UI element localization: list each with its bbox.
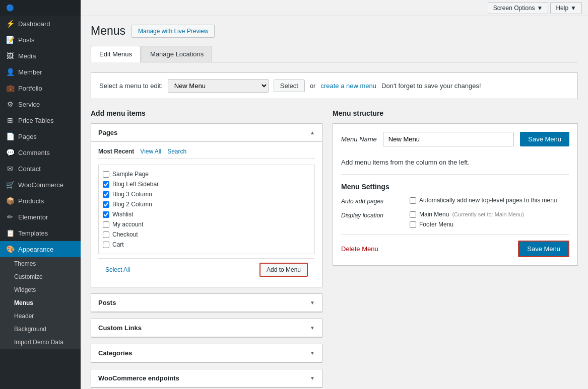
delete-menu-link[interactable]: Delete Menu	[341, 245, 378, 253]
page-item-label[interactable]: Wishlist	[103, 211, 133, 218]
menu-name-input[interactable]	[383, 132, 514, 146]
page-item-label[interactable]: Blog 2 Column	[103, 201, 152, 208]
sidebar-item-elementor[interactable]: ✏ Elementor	[0, 209, 81, 225]
page-checkbox[interactable]	[103, 171, 109, 178]
tab-most-recent[interactable]: Most Recent	[98, 148, 134, 155]
sidebar-item-dashboard[interactable]: ⚡ Dashboard	[0, 16, 81, 32]
main-menu-label[interactable]: Main Menu (Currently set to: Main Menu)	[410, 211, 524, 218]
select-menu-row: Select a menu to edit: New Menu Select o…	[91, 72, 578, 99]
sidebar-logo: 🔵	[0, 0, 81, 16]
topbar: Screen Options ▼ Help ▼	[81, 0, 588, 16]
page-item-label[interactable]: Blog Left Sidebar	[103, 181, 159, 188]
screen-options-button[interactable]: Screen Options ▼	[488, 2, 549, 14]
sidebar-subitem-header[interactable]: Header	[0, 309, 81, 323]
sidebar-item-label: Service	[18, 101, 40, 108]
tab-manage-locations[interactable]: Manage Locations	[142, 46, 212, 62]
footer-menu-checkbox[interactable]	[410, 221, 416, 228]
sidebar-item-templates[interactable]: 📋 Templates	[0, 225, 81, 241]
sidebar-item-media[interactable]: 🖼 Media	[0, 48, 81, 64]
list-item: Cart	[103, 240, 310, 250]
menu-select[interactable]: New Menu	[168, 79, 269, 93]
sidebar-item-comments[interactable]: 💬 Comments	[0, 144, 81, 161]
live-preview-button[interactable]: Manage with Live Preview	[132, 25, 215, 38]
select-menu-label: Select a menu to edit:	[99, 82, 163, 90]
sidebar-item-label: WooCommerce	[18, 181, 63, 189]
page-checkbox[interactable]	[103, 231, 109, 238]
posts-panel-header[interactable]: Posts ▼	[91, 294, 322, 312]
page-checkbox[interactable]	[103, 201, 109, 208]
select-button[interactable]: Select	[274, 80, 305, 92]
sidebar-item-posts[interactable]: 📝 Posts	[0, 32, 81, 48]
save-menu-button-bottom[interactable]: Save Menu	[518, 241, 569, 257]
footer-menu-label[interactable]: Footer Menu	[410, 221, 524, 228]
price-tables-icon: ⊞	[6, 116, 14, 124]
page-item-label[interactable]: My account	[103, 221, 143, 228]
tab-view-all[interactable]: View All	[140, 148, 161, 155]
categories-arrow-icon: ▼	[310, 350, 315, 356]
auto-add-text: Automatically add new top-level pages to…	[419, 197, 557, 204]
sidebar-subitem-themes[interactable]: Themes	[0, 257, 81, 270]
sidebar-item-label: Pages	[18, 133, 37, 140]
sidebar-item-price-tables[interactable]: ⊞ Price Tables	[0, 112, 81, 128]
custom-links-panel-title: Custom Links	[98, 324, 142, 332]
page-item-label[interactable]: Blog 3 Column	[103, 191, 152, 198]
auto-add-checkbox[interactable]	[410, 197, 416, 204]
save-menu-button-top[interactable]: Save Menu	[520, 132, 569, 146]
categories-panel-header[interactable]: Categories ▼	[91, 344, 322, 362]
templates-icon: 📋	[6, 229, 14, 237]
sidebar-subitem-background[interactable]: Background	[0, 323, 81, 336]
sidebar-item-service[interactable]: ⚙ Service	[0, 96, 81, 112]
auto-add-checkbox-label[interactable]: Automatically add new top-level pages to…	[410, 197, 557, 204]
sidebar-item-woocommerce[interactable]: 🛒 WooCommerce	[0, 177, 81, 193]
page-item-label[interactable]: Checkout	[103, 231, 138, 238]
help-button[interactable]: Help ▼	[550, 2, 582, 14]
tab-edit-menus[interactable]: Edit Menus	[91, 46, 141, 62]
sidebar-item-products[interactable]: 📦 Products	[0, 193, 81, 209]
list-item: Blog 3 Column	[103, 189, 310, 199]
sidebar-item-label: Products	[18, 197, 44, 205]
page-checkbox[interactable]	[103, 211, 109, 218]
main-menu-text: Main Menu	[419, 211, 449, 218]
woocommerce-panel-title: WooCommerce endpoints	[98, 374, 179, 382]
pages-icon: 📄	[6, 132, 14, 140]
sidebar-subitem-widgets[interactable]: Widgets	[0, 283, 81, 296]
create-new-menu-link[interactable]: create a new menu	[320, 82, 376, 90]
page-checkbox[interactable]	[103, 191, 109, 198]
pages-mini-tabs: Most Recent View All Search	[98, 148, 315, 159]
sidebar-subitem-customize[interactable]: Customize	[0, 270, 81, 283]
add-to-menu-button[interactable]: Add to Menu	[259, 263, 308, 277]
right-column: Menu structure Menu Name Save Menu Add m…	[333, 109, 578, 266]
sidebar-subitem-import-demo[interactable]: Import Demo Data	[0, 336, 81, 349]
menu-structure-title: Menu structure	[333, 109, 578, 117]
sidebar-item-label: Price Tables	[18, 117, 54, 124]
page-item-label[interactable]: Sample Page	[103, 171, 149, 178]
wp-icon: 🔵	[6, 4, 14, 12]
display-location-label: Display location	[341, 211, 402, 219]
posts-icon: 📝	[6, 36, 14, 44]
tabs-bar: Edit Menus Manage Locations	[91, 46, 578, 62]
page-item-label[interactable]: Cart	[103, 241, 124, 248]
or-text: or	[310, 82, 316, 90]
menu-name-row: Menu Name Save Menu	[341, 132, 569, 146]
menu-actions: Delete Menu Save Menu	[341, 234, 569, 257]
sidebar-item-member[interactable]: 👤 Member	[0, 64, 81, 80]
sidebar-item-contact[interactable]: ✉ Contact	[0, 161, 81, 177]
tab-search[interactable]: Search	[167, 148, 186, 155]
sidebar-item-portfolio[interactable]: 💼 Portfolio	[0, 80, 81, 96]
sidebar-item-appearance[interactable]: 🎨 Appearance	[0, 241, 81, 257]
list-item: Blog Left Sidebar	[103, 179, 310, 189]
page-checkbox[interactable]	[103, 242, 109, 248]
sidebar-item-label: Elementor	[18, 213, 48, 221]
sidebar-subitem-menus[interactable]: Menus	[0, 296, 81, 309]
pages-panel-header[interactable]: Pages ▲	[91, 124, 322, 142]
sidebar-item-pages[interactable]: 📄 Pages	[0, 128, 81, 144]
page-checkbox[interactable]	[103, 181, 109, 188]
page-title: Menus	[91, 24, 125, 38]
woocommerce-panel-header[interactable]: WooCommerce endpoints ▼	[91, 369, 322, 387]
page-checkbox[interactable]	[103, 221, 109, 228]
sidebar-item-label: Contact	[18, 165, 41, 173]
select-all-link[interactable]: Select All	[105, 266, 130, 273]
main-menu-checkbox[interactable]	[410, 211, 416, 218]
sidebar-item-label: Media	[18, 52, 36, 60]
custom-links-panel-header[interactable]: Custom Links ▼	[91, 319, 322, 337]
